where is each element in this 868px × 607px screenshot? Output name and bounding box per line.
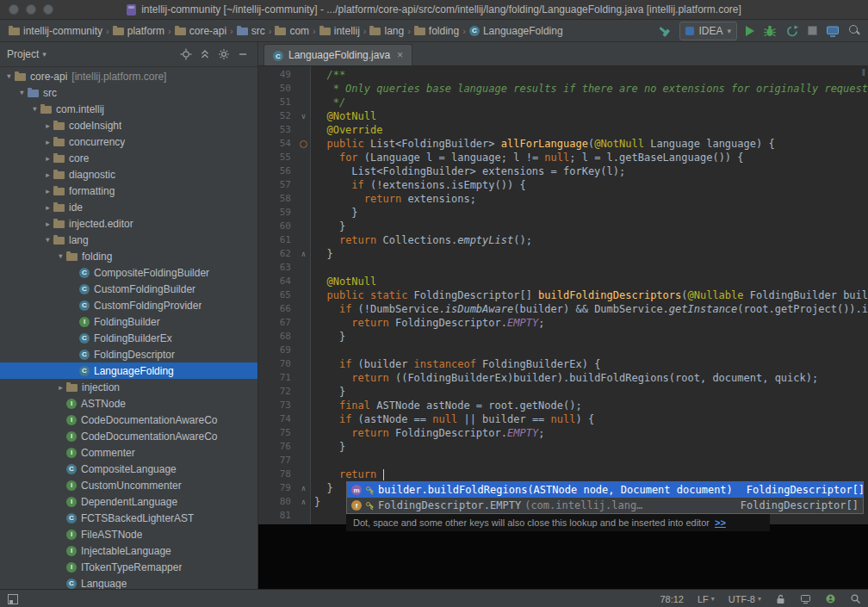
code-text[interactable] xyxy=(311,261,868,275)
code-text[interactable]: return FoldingDescriptor.EMPTY; xyxy=(311,426,868,440)
tree-item-com-intellij[interactable]: ▸com.intellij xyxy=(0,101,257,117)
collapse-all-icon[interactable] xyxy=(197,46,213,62)
code-line-58[interactable]: 58 return extensions; xyxy=(258,192,868,206)
code-line-56[interactable]: 56 List<FoldingBuilder> extensions = for… xyxy=(258,164,868,178)
code-text[interactable]: public List<FoldingBuilder> allForLangua… xyxy=(311,137,868,151)
line-number[interactable]: 51 xyxy=(258,96,296,109)
breadcrumb-item-intellij-community[interactable]: intellij-community xyxy=(7,25,104,37)
line-number[interactable]: 56 xyxy=(258,164,296,178)
breadcrumb-item-core-api[interactable]: core-api xyxy=(173,25,228,37)
fold-end-icon[interactable]: ∧ xyxy=(296,481,311,495)
tree-item-concurrency[interactable]: ▸concurrency xyxy=(0,133,257,150)
code-line-70[interactable]: 70 if (builder instanceof FoldingBuilder… xyxy=(258,357,868,371)
tree-item-itokentyperemapper[interactable]: IITokenTypeRemapper xyxy=(0,559,257,575)
tree-item-languagefolding[interactable]: CLanguageFolding xyxy=(0,362,257,379)
tree-item-folding[interactable]: ▸folding xyxy=(0,248,257,264)
line-number[interactable]: 66 xyxy=(258,302,296,316)
gutter-cell[interactable] xyxy=(296,137,311,151)
override-marker-icon[interactable] xyxy=(300,140,307,148)
gutter-cell[interactable] xyxy=(296,68,311,82)
code-line-77[interactable]: 77 xyxy=(258,454,868,468)
preview-icon[interactable] xyxy=(800,593,811,604)
line-number[interactable]: 50 xyxy=(258,82,296,96)
debug-button[interactable] xyxy=(763,24,777,38)
code-line-75[interactable]: 75 return FoldingDescriptor.EMPTY; xyxy=(258,426,868,440)
tree-item-fctsbackedlighterast[interactable]: CFCTSBackedLighterAST xyxy=(0,510,257,526)
code-line-51[interactable]: 51 */ xyxy=(258,96,868,109)
line-number[interactable]: 54 xyxy=(258,137,296,151)
code-line-72[interactable]: 72 } xyxy=(258,385,868,399)
tree-item-src[interactable]: ▸src xyxy=(0,84,257,101)
chevron-down-icon[interactable]: ▸ xyxy=(31,103,40,115)
code-text[interactable]: } xyxy=(311,440,868,454)
line-number[interactable]: 49 xyxy=(258,68,296,82)
code-text[interactable]: if (astNode == null || builder == null) … xyxy=(311,412,868,426)
tool-window-switcher-icon[interactable] xyxy=(7,593,19,605)
tree-item-injected-editor[interactable]: ▸injected.editor xyxy=(0,215,257,232)
code-text[interactable]: } xyxy=(311,220,868,233)
gutter-cell[interactable] xyxy=(296,330,311,344)
code-text[interactable]: if (!DumbService.isDumbAware(builder) &&… xyxy=(311,302,868,316)
chevron-right-icon[interactable]: ▸ xyxy=(42,203,53,212)
gear-icon[interactable] xyxy=(216,46,232,62)
tree-item-foldingbuilderex[interactable]: CFoldingBuilderEx xyxy=(0,330,257,346)
breadcrumb-item-intellij[interactable]: intellij xyxy=(318,25,362,37)
tree-item-injectablelanguage[interactable]: IInjectableLanguage xyxy=(0,542,257,559)
chevron-right-icon[interactable]: ▸ xyxy=(42,220,53,228)
gutter-cell[interactable] xyxy=(296,468,311,481)
chevron-right-icon[interactable]: ▸ xyxy=(42,121,53,130)
zoom-indicator-icon[interactable] xyxy=(850,593,861,604)
gutter-cell[interactable] xyxy=(296,357,311,371)
code-text[interactable]: /** xyxy=(311,68,868,82)
code-line-57[interactable]: 57 if (!extensions.isEmpty()) { xyxy=(258,178,868,192)
gutter-cell[interactable] xyxy=(296,412,311,426)
chevron-right-icon[interactable]: ▸ xyxy=(42,170,53,179)
monitor-icon[interactable] xyxy=(826,24,840,38)
tree-item-customfoldingbuilder[interactable]: CCustomFoldingBuilder xyxy=(0,281,257,297)
gutter-cell[interactable] xyxy=(296,440,311,454)
fold-open-icon[interactable]: ∨ xyxy=(296,109,311,123)
line-number[interactable]: 81 xyxy=(258,509,296,523)
line-number[interactable]: 55 xyxy=(258,151,296,164)
line-number[interactable]: 59 xyxy=(258,206,296,220)
code-area[interactable]: 49 /**50 * Only queries base language re… xyxy=(258,66,868,524)
line-number[interactable]: 78 xyxy=(258,468,296,481)
code-text[interactable]: } xyxy=(311,385,868,399)
code-text[interactable]: return Collections.emptyList(); xyxy=(311,233,868,247)
gutter-cell[interactable] xyxy=(296,509,311,523)
breadcrumb-item-languagefolding[interactable]: CLanguageFolding xyxy=(468,25,565,37)
gutter-cell[interactable] xyxy=(296,178,311,192)
line-number[interactable]: 69 xyxy=(258,344,296,357)
code-text[interactable]: } xyxy=(311,206,868,220)
tree-item-core-api[interactable]: ▸core-api[intellij.platform.core] xyxy=(0,68,257,84)
code-line-49[interactable]: 49 /** xyxy=(258,68,868,82)
line-number[interactable]: 75 xyxy=(258,426,296,440)
chevron-down-icon[interactable]: ▸ xyxy=(57,251,65,262)
gutter-cell[interactable] xyxy=(296,233,311,247)
code-line-60[interactable]: 60 } xyxy=(258,220,868,233)
code-text[interactable]: return extensions; xyxy=(311,192,868,206)
chevron-right-icon[interactable]: ▸ xyxy=(55,383,66,392)
code-line-68[interactable]: 68 } xyxy=(258,330,868,344)
code-line-76[interactable]: 76 } xyxy=(258,440,868,454)
gutter-cell[interactable] xyxy=(296,220,311,233)
code-line-73[interactable]: 73 final ASTNode astNode = root.getNode(… xyxy=(258,399,868,412)
line-number[interactable]: 76 xyxy=(258,440,296,454)
tree-item-astnode[interactable]: IASTNode xyxy=(0,395,257,412)
code-line-74[interactable]: 74 if (astNode == null || builder == nul… xyxy=(258,412,868,426)
code-line-66[interactable]: 66 if (!DumbService.isDumbAware(builder)… xyxy=(258,302,868,316)
tree-item-codeinsight[interactable]: ▸codeInsight xyxy=(0,117,257,133)
zoom-window-button[interactable] xyxy=(43,4,53,15)
line-number[interactable]: 73 xyxy=(258,399,296,412)
lock-icon[interactable] xyxy=(775,593,786,604)
coverage-button[interactable] xyxy=(785,24,799,38)
code-line-55[interactable]: 55 for (Language l = language; l != null… xyxy=(258,151,868,164)
caret-position[interactable]: 78:12 xyxy=(660,594,684,604)
gutter-cell[interactable] xyxy=(296,96,311,109)
run-button[interactable] xyxy=(746,26,754,36)
tree-item-ide[interactable]: ▸ide xyxy=(0,199,257,215)
code-text[interactable]: if (builder instanceof FoldingBuilderEx)… xyxy=(311,357,868,371)
breadcrumb-item-com[interactable]: com xyxy=(273,25,311,37)
code-line-50[interactable]: 50 * Only queries base language results … xyxy=(258,82,868,96)
gutter-cell[interactable] xyxy=(296,454,311,468)
